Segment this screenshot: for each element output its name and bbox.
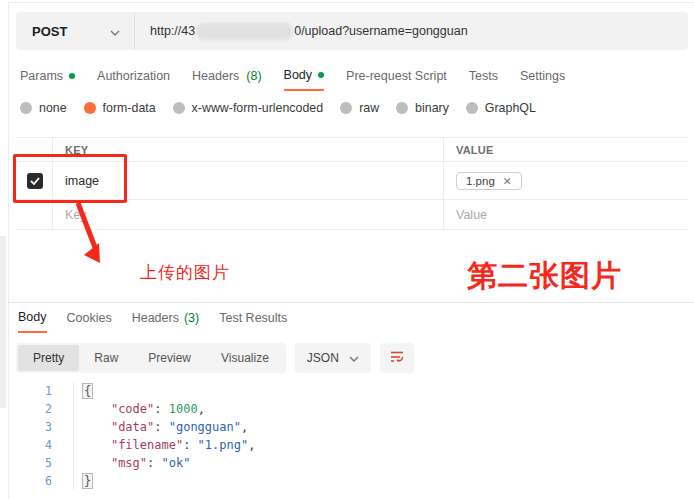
radio-none[interactable]: none [20, 101, 67, 115]
radio-label: GraphQL [485, 101, 536, 115]
key-cell-text: image [65, 174, 99, 188]
params-status-dot [69, 73, 75, 79]
url-input[interactable]: http://43 0/upload?username=gongguan [135, 23, 688, 40]
radio-icon [466, 102, 478, 114]
view-mode-preview[interactable]: Preview [133, 345, 206, 371]
radio-binary[interactable]: binary [396, 101, 449, 115]
code-line: 6} [0, 472, 694, 490]
file-chip: 1.png ✕ [456, 172, 522, 190]
tab-pre-request-script[interactable]: Pre-request Script [346, 68, 447, 91]
radio-form-data[interactable]: form-data [84, 101, 156, 115]
annotation-arrow [70, 200, 115, 270]
url-prefix: http://43 [150, 24, 195, 38]
radio-graphql[interactable]: GraphQL [466, 101, 536, 115]
header-spacer [17, 138, 52, 162]
response-tab-body[interactable]: Body [18, 310, 47, 333]
radio-label: form-data [103, 101, 156, 115]
radio-raw[interactable]: raw [340, 101, 379, 115]
tab-label: Settings [520, 69, 565, 83]
tab-label: Tests [469, 69, 498, 83]
tab-label: Body [18, 310, 47, 324]
response-tab-cookies[interactable]: Cookies [67, 310, 112, 333]
response-code-lines: 1{2 "code": 1000,3 "data": "gongguan",4 … [0, 382, 694, 490]
url-suffix: 0/upload?username=gongguan [294, 24, 467, 38]
tab-authorization[interactable]: Authorization [97, 68, 170, 91]
response-tab-headers[interactable]: Headers (3) [132, 310, 200, 333]
annotation-second-image-label: 第二张图片 [467, 256, 622, 297]
tab-headers[interactable]: Headers (8) [192, 68, 262, 91]
value-column-header: VALUE [443, 138, 688, 162]
url-redaction-blur [196, 23, 293, 40]
radio-label: x-www-form-urlencoded [192, 101, 324, 115]
response-tab-test-results[interactable]: Test Results [219, 310, 287, 333]
key-column-header: KEY [52, 138, 443, 162]
tab-tests[interactable]: Tests [469, 68, 498, 91]
tab-body[interactable]: Body [284, 68, 325, 91]
response-code-viewer[interactable]: 1{2 "code": 1000,3 "data": "gongguan",4 … [0, 382, 694, 499]
tab-label: Test Results [219, 311, 287, 325]
response-divider [8, 302, 694, 303]
remove-file-icon[interactable]: ✕ [503, 175, 512, 187]
radio-label: raw [359, 101, 379, 115]
response-headers-count: (3) [184, 311, 199, 325]
tab-settings[interactable]: Settings [520, 68, 565, 91]
body-mode-radios: none form-data x-www-form-urlencoded raw… [20, 101, 536, 115]
chevron-down-icon [110, 24, 120, 39]
empty-checkbox-cell [17, 200, 52, 230]
tab-label: Pre-request Script [346, 69, 447, 83]
tab-label: Headers [132, 311, 179, 325]
radio-x-www-form-urlencoded[interactable]: x-www-form-urlencoded [173, 101, 324, 115]
method-dropdown[interactable]: POST [16, 12, 134, 50]
wrap-lines-button[interactable] [380, 343, 414, 373]
line-number: 6 [0, 472, 74, 490]
line-number: 1 [0, 382, 74, 400]
wrap-lines-icon [389, 349, 405, 367]
file-chip-label: 1.png [466, 175, 495, 187]
request-tabs: Params Authorization Headers (8) Body Pr… [20, 68, 565, 91]
request-url-bar: POST http://43 0/upload?username=gonggua… [16, 12, 688, 50]
code-line: 4 "filename": "1.png", [0, 436, 694, 454]
view-mode-visualize[interactable]: Visualize [206, 345, 284, 371]
tab-params[interactable]: Params [20, 68, 75, 91]
view-mode-raw[interactable]: Raw [79, 345, 133, 371]
value-placeholder-cell[interactable]: Value [443, 200, 688, 230]
radio-icon [173, 102, 185, 114]
radio-label: binary [415, 101, 449, 115]
radio-icon [20, 102, 32, 114]
code-line: 1{ [0, 382, 694, 400]
method-label: POST [32, 24, 67, 39]
form-data-table: KEY VALUE image 1.png ✕ Key Value [17, 137, 688, 230]
headers-count: (8) [246, 69, 261, 83]
code-line: 5 "msg": "ok" [0, 454, 694, 472]
annotation-uploaded-image-label: 上传的图片 [140, 261, 230, 284]
tab-label: Cookies [67, 311, 112, 325]
value-cell[interactable]: 1.png ✕ [443, 162, 688, 200]
response-toolbar: Pretty Raw Preview Visualize JSON [16, 343, 414, 373]
chevron-down-icon [349, 351, 359, 365]
radio-label: none [39, 101, 67, 115]
tab-label: Authorization [97, 69, 170, 83]
line-number: 4 [0, 436, 74, 454]
radio-icon [340, 102, 352, 114]
postman-window: POST http://43 0/upload?username=gonggua… [0, 0, 694, 499]
radio-icon [396, 102, 408, 114]
row-checkbox-cell [17, 162, 52, 200]
row-checkbox-checked[interactable] [27, 173, 43, 189]
tab-label: Body [284, 68, 313, 82]
view-mode-pretty[interactable]: Pretty [18, 345, 79, 371]
top-divider [8, 2, 694, 3]
key-cell[interactable]: image [52, 162, 443, 200]
code-line: 2 "code": 1000, [0, 400, 694, 418]
response-tabs: Body Cookies Headers (3) Test Results [18, 310, 287, 333]
radio-selected-icon [84, 102, 96, 114]
tab-label: Headers [192, 69, 239, 83]
language-label: JSON [307, 351, 339, 365]
language-dropdown[interactable]: JSON [295, 343, 371, 373]
line-number: 3 [0, 418, 74, 436]
code-line: 3 "data": "gongguan", [0, 418, 694, 436]
view-mode-switcher: Pretty Raw Preview Visualize [16, 343, 286, 373]
tab-label: Params [20, 69, 63, 83]
body-status-dot [318, 72, 324, 78]
line-number: 2 [0, 400, 74, 418]
line-number: 5 [0, 454, 74, 472]
